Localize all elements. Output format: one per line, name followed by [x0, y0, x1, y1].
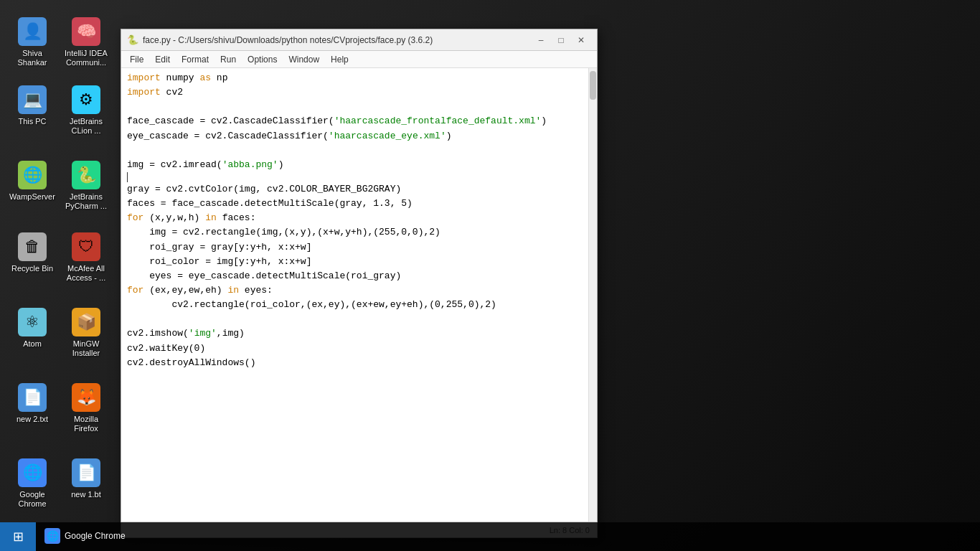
editor-window: 🐍 face.py - C:/Users/shivu/Downloads/pyt…: [121, 29, 598, 538]
desktop-icon-intellij-idea[interactable]: 🧠 IntelliJ IDEA Communi...: [61, 14, 111, 70]
code-line: face_cascade = cv2.CascadeClassifier('ha…: [121, 114, 588, 128]
icon-img-mozilla-firefox: 🦊: [72, 383, 100, 412]
code-line: for (ex,ey,ew,eh) in eyes:: [121, 283, 588, 298]
icon-img-recycle-bin: 🗑: [18, 232, 47, 261]
icon-img-new2txt: 📄: [18, 383, 47, 412]
code-line: [121, 100, 588, 114]
icon-img-shiva-shankar: 👤: [18, 17, 47, 46]
taskbar-chrome[interactable]: 🌐 Google Chrome: [36, 522, 134, 551]
menu-run[interactable]: Run: [215, 53, 242, 66]
icon-img-new1txt: 📄: [72, 458, 100, 487]
code-line: cv2.waitKey(0): [121, 342, 588, 356]
menu-edit[interactable]: Edit: [149, 53, 176, 66]
icon-label-mcafee: McAfee All Access - ...: [64, 264, 108, 283]
icon-img-this-pc: 💻: [18, 85, 47, 114]
start-button[interactable]: ⊞: [0, 522, 36, 551]
code-line: eyes = eye_cascade.detectMultiScale(roi_…: [121, 269, 588, 283]
code-line: cv2.imshow('img',img): [121, 326, 588, 341]
icon-img-google-chrome: 🌐: [18, 458, 47, 487]
title-bar: 🐍 face.py - C:/Users/shivu/Downloads/pyt…: [121, 29, 597, 51]
icon-label-new1txt: new 1.bt: [71, 490, 101, 499]
chrome-taskbar-icon: 🌐: [44, 528, 60, 544]
desktop-icon-wampserver[interactable]: 🌐 WampServer: [7, 158, 57, 204]
desktop-icon-new1txt[interactable]: 📄 new 1.bt: [61, 456, 111, 502]
icon-label-mingw: MinGW Installer: [64, 339, 108, 358]
menu-help[interactable]: Help: [325, 53, 354, 66]
icon-label-mozilla-firefox: Mozilla Firefox: [64, 415, 108, 433]
code-line: cv2.rectangle(roi_color,(ex,ey),(ex+ew,e…: [121, 298, 588, 312]
desktop-icon-mingw[interactable]: 📦 MinGW Installer: [61, 305, 111, 361]
cursor: [127, 172, 128, 182]
code-line: img = cv2.imread('abba.png'): [121, 158, 588, 172]
icon-label-atom: Atom: [23, 339, 42, 349]
menu-window[interactable]: Window: [283, 53, 325, 66]
icon-img-mcafee: 🛡: [72, 232, 100, 261]
code-editor[interactable]: import numpy as npimport cv2 face_cascad…: [121, 68, 588, 522]
code-line: [121, 312, 588, 326]
code-container: import numpy as npimport cv2 face_cascad…: [121, 68, 597, 522]
desktop-icon-recycle-bin[interactable]: 🗑 Recycle Bin: [7, 230, 57, 276]
code-line: gray = cv2.cvtColor(img, cv2.COLOR_BAYER…: [121, 182, 588, 197]
minimize-button[interactable]: –: [531, 32, 551, 48]
desktop-icon-this-pc[interactable]: 💻 This PC: [7, 83, 57, 129]
desktop-icon-jetbrains-pycharm[interactable]: 🐍 JetBrains PyCharm ...: [61, 158, 111, 214]
desktop-icon-mozilla-firefox[interactable]: 🦊 Mozilla Firefox: [61, 380, 111, 436]
desktop-icon-jetbrains-clion[interactable]: ⚙ JetBrains CLion ...: [61, 83, 111, 138]
window-icon: 🐍: [127, 34, 138, 46]
code-line: roi_color = img[y:y+h, x:x+w]: [121, 255, 588, 269]
code-line: import cv2: [121, 85, 588, 100]
menu-format[interactable]: Format: [176, 53, 215, 66]
code-line: eye_cascade = cv2.CascadeClassifier('haa…: [121, 129, 588, 143]
code-line: import numpy as np: [121, 71, 588, 85]
icon-label-wampserver: WampServer: [9, 192, 55, 202]
code-line: for (x,y,w,h) in faces:: [121, 211, 588, 225]
icon-label-intellij-idea: IntelliJ IDEA Communi...: [64, 49, 108, 67]
desktop-icon-atom[interactable]: ⚛ Atom: [7, 305, 57, 352]
icon-img-mingw: 📦: [72, 308, 100, 336]
taskbar: ⊞ 🌐 Google Chrome: [0, 522, 980, 551]
code-line: roi_gray = gray[y:y+h, x:x+w]: [121, 240, 588, 255]
menu-bar: File Edit Format Run Options Window Help: [121, 51, 597, 68]
desktop-icon-mcafee[interactable]: 🛡 McAfee All Access - ...: [61, 230, 111, 286]
icon-label-new2txt: new 2.txt: [17, 415, 48, 424]
scroll-thumb[interactable]: [590, 71, 596, 100]
vertical-scrollbar[interactable]: [588, 68, 597, 522]
icon-img-jetbrains-clion: ⚙: [72, 85, 100, 114]
code-line: faces = face_cascade.detectMultiScale(gr…: [121, 197, 588, 211]
icon-label-jetbrains-pycharm: JetBrains PyCharm ...: [64, 192, 108, 211]
menu-options[interactable]: Options: [242, 53, 283, 66]
icon-img-wampserver: 🌐: [18, 161, 47, 189]
code-line: cv2.destroyAllWindows(): [121, 356, 588, 370]
icon-label-recycle-bin: Recycle Bin: [11, 264, 53, 273]
icon-img-jetbrains-pycharm: 🐍: [72, 161, 100, 189]
code-line: [121, 143, 588, 158]
icon-img-intellij-idea: 🧠: [72, 17, 100, 46]
chrome-taskbar-label: Google Chrome: [65, 531, 126, 541]
icon-label-google-chrome: Google Chrome: [10, 490, 55, 509]
icon-label-this-pc: This PC: [18, 117, 46, 126]
maximize-button[interactable]: □: [551, 32, 571, 48]
desktop-icon-google-chrome[interactable]: 🌐 Google Chrome: [7, 456, 57, 512]
desktop-icon-shiva-shankar[interactable]: 👤 Shiva Shankar: [7, 14, 57, 70]
window-title: face.py - C:/Users/shivu/Downloads/pytho…: [143, 35, 531, 45]
icon-img-atom: ⚛: [18, 308, 47, 336]
icon-label-shiva-shankar: Shiva Shankar: [10, 49, 55, 67]
icon-label-jetbrains-clion: JetBrains CLion ...: [64, 117, 108, 136]
code-line: img = cv2.rectangle(img,(x,y),(x+w,y+h),…: [121, 225, 588, 240]
desktop: 👤 Shiva Shankar 🧠 IntelliJ IDEA Communi.…: [0, 0, 980, 551]
code-line: [121, 172, 588, 182]
menu-file[interactable]: File: [124, 53, 149, 66]
close-button[interactable]: ✕: [571, 32, 591, 48]
desktop-icon-new2txt[interactable]: 📄 new 2.txt: [7, 380, 57, 427]
